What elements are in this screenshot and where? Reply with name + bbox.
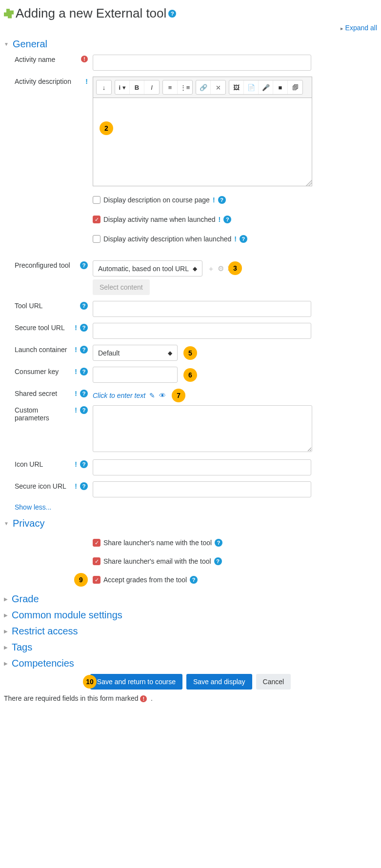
activity-name-label: Activity name [15, 56, 78, 63]
save-return-button[interactable]: Save and return to course [90, 674, 182, 690]
required-note: There are required fields in this form m… [4, 694, 377, 702]
advanced-icon[interactable]: ! [75, 324, 77, 332]
help-icon[interactable]: ? [80, 482, 88, 490]
advanced-icon[interactable]: ! [234, 235, 237, 243]
tb-ul-icon[interactable]: ≡ [163, 80, 178, 94]
preconfigured-select[interactable]: Automatic, based on tool URL ◆ [93, 260, 202, 276]
help-icon[interactable]: ? [240, 235, 247, 243]
share-name-label: Share launcher's name with the tool [103, 539, 212, 547]
activity-desc-label: Activity description [15, 78, 82, 85]
icon-url-label: Icon URL [15, 460, 72, 468]
section-restrict-header[interactable]: ▶ Restrict access [4, 626, 377, 637]
tb-mic-icon[interactable]: 🎤 [259, 80, 273, 94]
chevron-down-icon: ▼ [4, 521, 9, 526]
secure-tool-url-input[interactable] [93, 323, 311, 339]
add-icon[interactable]: ＋ [207, 264, 215, 274]
advanced-icon[interactable]: ! [75, 406, 77, 414]
section-common-header[interactable]: ▶ Common module settings [4, 610, 377, 621]
secure-icon-url-input[interactable] [93, 481, 311, 497]
marker-5: 5 [183, 346, 197, 360]
tb-manage-icon[interactable]: 🗐 [288, 80, 302, 94]
tb-styles-icon[interactable]: i ▾ [115, 80, 130, 94]
section-competencies-title: Competencies [12, 658, 74, 669]
launch-container-label: Launch container [15, 346, 72, 354]
icon-url-input[interactable] [93, 459, 311, 475]
launch-container-select[interactable]: Default ◆ [93, 345, 178, 361]
help-icon[interactable]: ? [80, 324, 88, 332]
display-desc-launched-label: Display activity description when launch… [103, 235, 231, 243]
help-icon[interactable]: ? [168, 10, 176, 18]
help-icon[interactable]: ? [80, 302, 88, 310]
section-tags-header[interactable]: ▶ Tags [4, 642, 377, 653]
display-desc-checkbox[interactable] [93, 196, 100, 204]
consumer-key-label: Consumer key [15, 368, 72, 375]
custom-params-textarea[interactable] [93, 405, 312, 452]
accept-grades-checkbox[interactable] [93, 576, 100, 584]
tb-link-icon[interactable]: 🔗 [196, 80, 211, 94]
help-icon[interactable]: ? [80, 368, 88, 375]
tb-ol-icon[interactable]: ⋮≡ [178, 80, 192, 94]
advanced-icon[interactable]: ! [213, 196, 215, 204]
advanced-icon[interactable]: ! [75, 368, 77, 375]
section-tags-title: Tags [12, 642, 32, 653]
share-name-checkbox[interactable] [93, 539, 100, 547]
eye-icon[interactable]: 👁 [159, 392, 166, 399]
page-title: Adding a new External tool ? [4, 6, 377, 21]
help-icon[interactable]: ? [80, 346, 88, 354]
share-email-label: Share launcher's email with the tool [103, 557, 211, 565]
tb-expand-icon[interactable]: ↓ [97, 80, 111, 94]
expand-all-link[interactable]: Expand all [341, 24, 377, 32]
launch-container-value: Default [98, 349, 120, 357]
advanced-icon[interactable]: ! [75, 482, 77, 490]
display-desc-launched-checkbox[interactable] [93, 235, 100, 243]
help-icon[interactable]: ? [214, 557, 222, 565]
tb-unlink-icon[interactable]: ⤫ [211, 80, 225, 94]
advanced-icon[interactable]: ! [75, 390, 77, 397]
required-note-text: There are required fields in this form m… [4, 694, 138, 702]
show-less-link[interactable]: Show less... [15, 503, 377, 511]
help-icon[interactable]: ? [80, 406, 88, 414]
tb-bold-icon[interactable]: B [130, 80, 144, 94]
editor-container: ↓ i ▾ B I ≡ ⋮≡ 🔗 ⤫ 🖼 📄 🎤 [93, 77, 312, 186]
help-icon[interactable]: ? [80, 390, 88, 397]
help-icon[interactable]: ? [80, 261, 88, 269]
tb-file-icon[interactable]: 📄 [244, 80, 259, 94]
gear-icon[interactable]: ⚙ [218, 264, 224, 273]
tb-image-icon[interactable]: 🖼 [229, 80, 244, 94]
shared-secret-link[interactable]: Click to enter text [93, 392, 145, 399]
editor-toolbar: ↓ i ▾ B I ≡ ⋮≡ 🔗 ⤫ 🖼 📄 🎤 [93, 77, 312, 98]
help-icon[interactable]: ? [215, 539, 222, 547]
cancel-button[interactable]: Cancel [256, 674, 291, 690]
chevron-right-icon: ▶ [4, 645, 8, 650]
close-icon[interactable]: ✕ [227, 264, 233, 273]
advanced-icon[interactable]: ! [219, 216, 221, 223]
pencil-icon[interactable]: ✎ [149, 392, 155, 399]
help-icon[interactable]: ? [80, 460, 88, 468]
section-competencies-header[interactable]: ▶ Competencies [4, 658, 377, 669]
display-name-launched-checkbox[interactable] [93, 216, 100, 223]
section-privacy-header[interactable]: ▼ Privacy [4, 518, 377, 529]
advanced-icon[interactable]: ! [85, 78, 88, 85]
tb-italic-icon[interactable]: I [144, 80, 159, 94]
consumer-key-input[interactable] [93, 367, 178, 383]
display-name-launched-label: Display activity name when launched [103, 216, 216, 223]
chevron-right-icon: ▶ [4, 629, 8, 634]
share-email-checkbox[interactable] [93, 557, 100, 565]
activity-name-input[interactable] [93, 55, 311, 71]
help-icon[interactable]: ? [190, 576, 198, 584]
caret-icon: ◆ [168, 350, 172, 356]
advanced-icon[interactable]: ! [75, 460, 77, 468]
help-icon[interactable]: ? [223, 216, 231, 223]
activity-desc-editor[interactable] [93, 98, 312, 186]
preconfigured-label: Preconfigured tool [15, 261, 77, 269]
puzzle-icon [4, 9, 14, 19]
section-privacy-title: Privacy [13, 518, 45, 529]
save-display-button[interactable]: Save and display [186, 674, 252, 690]
tool-url-input[interactable] [93, 301, 311, 317]
advanced-icon[interactable]: ! [75, 346, 77, 354]
section-general-header[interactable]: ▼ General [4, 39, 377, 50]
help-icon[interactable]: ? [218, 196, 226, 204]
section-restrict-title: Restrict access [12, 626, 78, 637]
tb-video-icon[interactable]: ■ [273, 80, 288, 94]
section-grade-header[interactable]: ▶ Grade [4, 593, 377, 605]
